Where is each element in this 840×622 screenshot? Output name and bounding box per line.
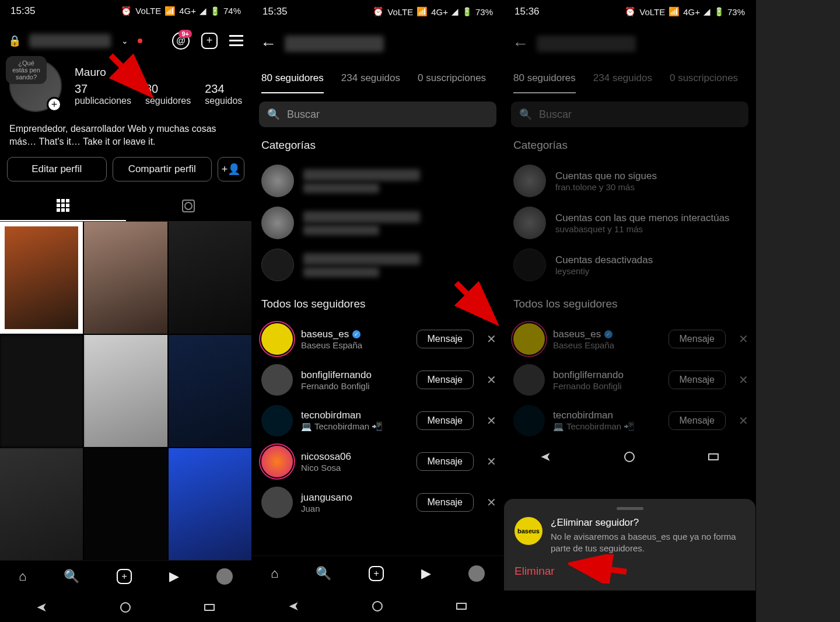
profile-info: ¿Qué estás pen sando? + Mauro 37 publica… bbox=[0, 60, 251, 123]
username-handle[interactable] bbox=[29, 34, 111, 48]
note-bubble[interactable]: ¿Qué estás pen sando? bbox=[6, 56, 47, 84]
nav-search-icon[interactable]: 🔍 bbox=[64, 569, 79, 584]
post-thumb[interactable] bbox=[0, 335, 83, 447]
tab-followers: 80 seguidores bbox=[513, 64, 576, 93]
verified-icon: ✓ bbox=[604, 330, 612, 338]
post-thumb[interactable] bbox=[84, 335, 167, 447]
remove-follower-button[interactable]: ✕ bbox=[487, 373, 496, 387]
tab-subscriptions[interactable]: 0 suscripciones bbox=[418, 64, 486, 93]
nav-reels-icon[interactable]: ▶ bbox=[421, 566, 431, 581]
sys-home-icon[interactable] bbox=[120, 602, 131, 613]
create-button[interactable]: + bbox=[201, 33, 218, 49]
post-thumb[interactable] bbox=[84, 448, 167, 560]
net-label: 4G+ bbox=[431, 7, 448, 17]
followers-tabs: 80 seguidores 234 seguidos 0 suscripcion… bbox=[504, 64, 755, 93]
nav-create-icon[interactable]: + bbox=[369, 566, 384, 581]
stat-posts[interactable]: 37 publicaciones bbox=[75, 82, 131, 106]
sys-home-icon[interactable] bbox=[624, 452, 635, 462]
message-button[interactable]: Mensaje bbox=[416, 493, 474, 512]
sys-back-icon[interactable]: ➤ bbox=[37, 600, 47, 615]
follower-avatar[interactable] bbox=[261, 446, 293, 477]
follower-row[interactable]: bonfiglifernando Fernando Bonfigli Mensa… bbox=[252, 359, 503, 400]
category-least-interacted[interactable]: xx bbox=[252, 202, 503, 244]
message-button[interactable]: Mensaje bbox=[416, 411, 474, 430]
nav-home-icon[interactable]: ⌂ bbox=[19, 569, 26, 584]
message-button[interactable]: Mensaje bbox=[416, 452, 474, 471]
menu-button[interactable] bbox=[229, 35, 243, 46]
sys-back-icon[interactable]: ➤ bbox=[289, 599, 299, 614]
screen-followers: 15:35 ⏰ VoLTE 📶 4G+ ◢ 🔋 73% ← 80 seguido… bbox=[252, 0, 504, 622]
follower-row[interactable]: tecnobirdman 💻 Tecnobirdman 📲 Mensaje ✕ bbox=[252, 400, 503, 441]
follower-avatar[interactable] bbox=[261, 405, 293, 436]
search-input[interactable]: 🔍 Buscar bbox=[259, 102, 496, 127]
tab-following[interactable]: 234 seguidos bbox=[341, 64, 400, 93]
status-icons: ⏰ VoLTE 📶 4G+ ◢ 🔋 73% bbox=[373, 6, 493, 17]
tab-grid[interactable] bbox=[0, 191, 126, 221]
stat-followers[interactable]: 80 seguidores bbox=[145, 82, 191, 106]
remove-follower-button[interactable]: ✕ bbox=[487, 495, 496, 509]
follower-avatar[interactable] bbox=[261, 323, 293, 355]
status-time: 15:35 bbox=[262, 6, 288, 18]
post-thumb[interactable] bbox=[169, 222, 251, 334]
nav-reels-icon[interactable]: ▶ bbox=[169, 569, 179, 584]
sys-back-icon[interactable]: ➤ bbox=[541, 449, 551, 464]
sheet-avatar: baseus bbox=[514, 517, 542, 545]
sys-recent-icon[interactable] bbox=[204, 604, 215, 611]
category-deactivated[interactable]: xx bbox=[252, 244, 503, 286]
message-button[interactable]: Mensaje bbox=[416, 371, 474, 389]
signal-icon: ◢ bbox=[200, 6, 206, 16]
nav-create-icon[interactable]: + bbox=[117, 569, 132, 584]
discover-people-button[interactable]: +👤 bbox=[218, 157, 244, 181]
stat-following[interactable]: 234 seguidos bbox=[205, 82, 242, 106]
sheet-handle-icon[interactable] bbox=[617, 507, 643, 510]
nav-profile-icon[interactable] bbox=[216, 568, 233, 585]
follower-avatar[interactable] bbox=[261, 487, 293, 518]
remove-follower-button[interactable]: ✕ bbox=[487, 414, 496, 428]
remove-follower-button[interactable]: ✕ bbox=[487, 332, 496, 346]
category-deactivated: Cuentas desactivadasleysentiy bbox=[504, 244, 755, 286]
tab-followers[interactable]: 80 seguidores bbox=[261, 64, 324, 93]
display-name: Mauro bbox=[75, 66, 242, 79]
back-arrow-icon[interactable]: ← bbox=[260, 34, 276, 53]
follower-row[interactable]: baseus_es✓ Baseus España Mensaje ✕ bbox=[252, 319, 503, 359]
follower-avatar[interactable] bbox=[261, 364, 293, 396]
follower-row[interactable]: juangusano Juan Mensaje ✕ bbox=[252, 482, 503, 523]
battery-icon: 🔋 bbox=[714, 7, 724, 16]
nav-search-icon[interactable]: 🔍 bbox=[316, 566, 331, 581]
share-profile-button[interactable]: Compartir perfil bbox=[113, 157, 212, 181]
threads-icon[interactable]: @9+ bbox=[172, 32, 190, 50]
post-thumb[interactable] bbox=[0, 448, 83, 560]
sys-recent-icon[interactable] bbox=[456, 603, 467, 610]
search-placeholder: Buscar bbox=[287, 109, 320, 121]
status-icons: ⏰ VoLTE 📶 4G+ ◢ 🔋 73% bbox=[625, 6, 745, 17]
chevron-down-icon[interactable]: ⌄ bbox=[121, 36, 128, 46]
message-button[interactable]: Mensaje bbox=[416, 330, 474, 348]
category-not-following: Cuentas que no siguesfran.tolone y 30 má… bbox=[504, 160, 755, 202]
sys-recent-icon[interactable] bbox=[708, 453, 719, 460]
post-thumb[interactable] bbox=[169, 448, 251, 560]
alarm-icon: ⏰ bbox=[373, 6, 384, 17]
alarm-icon: ⏰ bbox=[121, 6, 132, 16]
sys-home-icon[interactable] bbox=[372, 601, 383, 611]
nav-profile-icon[interactable] bbox=[468, 565, 485, 582]
back-arrow-icon[interactable]: ← bbox=[512, 34, 528, 53]
tab-tagged[interactable] bbox=[126, 191, 252, 221]
follower-row[interactable]: nicososa06 Nico Sosa Mensaje ✕ bbox=[252, 441, 503, 482]
post-thumb[interactable] bbox=[84, 222, 167, 334]
post-thumb[interactable] bbox=[169, 335, 251, 447]
nav-home-icon[interactable]: ⌂ bbox=[271, 566, 278, 581]
status-bar: 15:35 ⏰ VoLTE 📶 4G+ ◢ 🔋 74% bbox=[0, 0, 251, 22]
avatar[interactable]: ¿Qué estás pen sando? + bbox=[9, 60, 62, 112]
section-categories: Categorías bbox=[252, 139, 503, 160]
add-story-icon[interactable]: + bbox=[47, 97, 62, 112]
eliminar-button[interactable]: Eliminar bbox=[514, 565, 745, 578]
category-not-following[interactable]: xx bbox=[252, 160, 503, 202]
post-thumb[interactable] bbox=[0, 222, 83, 334]
status-icons: ⏰ VoLTE 📶 4G+ ◢ 🔋 74% bbox=[121, 6, 241, 16]
edit-profile-button[interactable]: Editar perfil bbox=[7, 157, 107, 181]
remove-follower-button[interactable]: ✕ bbox=[487, 455, 496, 469]
bottom-nav: ⌂ 🔍 + ▶ bbox=[0, 560, 251, 593]
followers-tabs: 80 seguidores 234 seguidos 0 suscripcion… bbox=[252, 64, 503, 93]
net-label: 4G+ bbox=[179, 6, 196, 16]
wifi-icon: 📶 bbox=[164, 6, 176, 16]
